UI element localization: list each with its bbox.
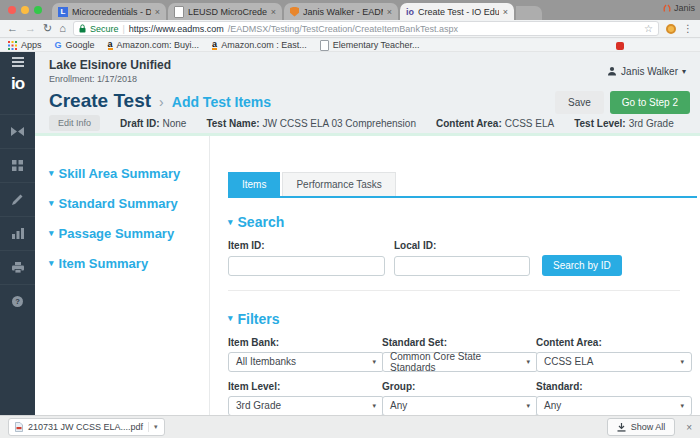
summary-column: ▾ Skill Area Summary ▾ Standard Summary …	[35, 136, 210, 438]
search-section-heading[interactable]: ▾ Search	[228, 214, 700, 230]
io-logo[interactable]: io	[11, 74, 24, 94]
address-bar[interactable]: Secure | https://www.eadms.com/EADMSX/Te…	[73, 21, 659, 36]
search-by-id-button[interactable]: Search by ID	[542, 255, 622, 276]
item-id-input[interactable]	[228, 256, 385, 276]
new-tab-button[interactable]	[516, 6, 542, 20]
help-nav-icon[interactable]: ?	[0, 284, 35, 318]
hamburger-menu-icon[interactable]	[12, 57, 24, 67]
page-title: Create Test	[49, 91, 151, 111]
profile-avatar-icon	[663, 4, 671, 13]
group-filter: Group: Any ▾	[382, 381, 536, 416]
reload-icon[interactable]: ↻	[43, 23, 52, 34]
local-id-label: Local ID:	[394, 240, 530, 251]
content-area-filter: Content Area: CCSS ELA ▾	[536, 337, 690, 372]
app-sidebar: io ?	[0, 52, 35, 415]
blue-l-favicon: L	[58, 7, 68, 17]
tab-close-icon[interactable]: ×	[271, 7, 276, 17]
select-caret-icon: ▾	[680, 358, 684, 366]
download-bar: 210731 JW CCSS ELA....pdf ▾ Show All ×	[0, 415, 700, 438]
pencil-nav-icon[interactable]	[0, 182, 35, 216]
bookmark-amazon-1[interactable]: a Amazon.com: Buyi...	[108, 40, 200, 50]
tab-close-icon[interactable]: ×	[155, 7, 160, 17]
district-name: Lake Elsinore Unified	[49, 58, 171, 72]
chrome-profile[interactable]: Janis	[663, 3, 695, 13]
download-options-caret-icon[interactable]: ▾	[148, 422, 158, 432]
bookmark-amazon-2[interactable]: a Amazon.com : East...	[212, 40, 307, 50]
bookmark-elementary-teacher[interactable]: Elementary Teacher...	[320, 40, 420, 51]
amazon-a-icon: a	[108, 40, 113, 50]
select-caret-icon: ▾	[526, 402, 530, 410]
local-id-input[interactable]	[394, 256, 530, 276]
secure-label: Secure	[90, 24, 119, 34]
standard-set-filter: Standard Set: Common Core State Standard…	[382, 337, 536, 372]
document-icon	[320, 40, 329, 51]
browser-tab-leusd[interactable]: LEUSD MicroCredentials ×	[168, 3, 282, 20]
user-menu[interactable]: Janis Walker ▾	[607, 66, 686, 77]
bookmark-apps[interactable]: Apps	[8, 40, 42, 50]
url-path: /EADMSX/Testing/TestCreation/CreateItemB…	[228, 24, 458, 34]
printer-nav-icon[interactable]	[0, 250, 35, 284]
downloaded-file-chip[interactable]: 210731 JW CCSS ELA....pdf ▾	[8, 418, 165, 436]
tab-title: Janis Walker - EADMS Basics	[303, 7, 383, 17]
select-caret-icon: ▾	[372, 402, 376, 410]
tab-performance-tasks[interactable]: Performance Tasks	[282, 172, 395, 196]
minimize-window-button[interactable]	[21, 6, 29, 14]
browser-tab-eadms-basics[interactable]: Janis Walker - EADMS Basics ×	[284, 3, 398, 20]
skill-area-summary-link[interactable]: ▾ Skill Area Summary	[49, 166, 209, 181]
bar-chart-nav-icon[interactable]	[0, 216, 35, 250]
profile-name: Janis	[674, 3, 695, 13]
item-id-label: Item ID:	[228, 240, 385, 251]
filters-section-heading[interactable]: ▾ Filters	[228, 311, 700, 327]
tab-title: Microcredentials - District Dep	[72, 7, 151, 17]
item-id-field: Item ID:	[228, 240, 385, 276]
caret-down-icon: ▾	[228, 314, 233, 323]
show-all-button[interactable]: Show All	[607, 418, 676, 436]
bookmarks-bar: Apps G Google a Amazon.com: Buyi... a Am…	[0, 39, 700, 52]
save-button[interactable]: Save	[555, 91, 604, 114]
item-bank-select[interactable]: All Itembanks ▾	[228, 352, 384, 372]
tab-close-icon[interactable]: ×	[387, 7, 392, 17]
chrome-menu-icon[interactable]: ⋮	[683, 23, 693, 34]
back-icon[interactable]: ←	[7, 23, 18, 34]
standard-select[interactable]: Any ▾	[536, 396, 692, 416]
browser-tab-create-test[interactable]: io Create Test - IO Education ×	[400, 3, 514, 20]
content-area: Content Area:CCSS ELA	[436, 118, 554, 129]
butterfly-nav-icon[interactable]	[0, 114, 35, 148]
chevron-down-icon: ▾	[682, 67, 686, 76]
standard-filter: Standard: Any ▾	[536, 381, 690, 416]
bookmark-star-icon[interactable]: ☆	[644, 23, 653, 34]
enrollment-date: Enrollment: 1/17/2018	[49, 74, 171, 84]
grid-nav-icon[interactable]	[0, 148, 35, 182]
go-to-step-2-button[interactable]: Go to Step 2	[610, 91, 690, 114]
download-bar-close-icon[interactable]: ×	[686, 422, 692, 433]
browser-tab-microcredentials[interactable]: L Microcredentials - District Dep ×	[52, 3, 166, 20]
url-host: https://www.eadms.com	[129, 24, 224, 34]
bookmark-google[interactable]: G Google	[55, 40, 95, 50]
standard-set-select[interactable]: Common Core State Standards ▾	[382, 352, 538, 372]
tab-items[interactable]: Items	[228, 172, 280, 196]
person-icon	[607, 66, 617, 76]
red-bookmark-favicon[interactable]	[616, 42, 624, 50]
select-caret-icon: ▾	[680, 402, 684, 410]
item-summary-link[interactable]: ▾ Item Summary	[49, 256, 209, 271]
caret-down-icon: ▾	[49, 259, 54, 268]
tab-close-icon[interactable]: ×	[503, 7, 508, 17]
close-window-button[interactable]	[8, 6, 16, 14]
content-area-select[interactable]: CCSS ELA ▾	[536, 352, 692, 372]
passage-summary-link[interactable]: ▾ Passage Summary	[49, 226, 209, 241]
address-divider: |	[122, 24, 124, 34]
group-select[interactable]: Any ▾	[382, 396, 538, 416]
header-buttons: Save Go to Step 2	[555, 91, 690, 114]
extension-icon[interactable]	[666, 24, 676, 34]
home-icon[interactable]: ⌂	[59, 23, 66, 34]
item-level-select[interactable]: 3rd Grade ▾	[228, 396, 384, 416]
download-bar-right: Show All ×	[607, 418, 692, 436]
document-favicon	[174, 6, 184, 18]
zoom-window-button[interactable]	[34, 6, 42, 14]
standard-summary-link[interactable]: ▾ Standard Summary	[49, 196, 209, 211]
test-name: Test Name:JW CCSS ELA 03 Comprehension	[206, 118, 416, 129]
caret-down-icon: ▾	[49, 169, 54, 178]
forward-icon[interactable]: →	[25, 23, 36, 34]
edit-info-button[interactable]: Edit Info	[49, 115, 100, 131]
test-meta-row: Edit Info Draft ID:None Test Name:JW CCS…	[49, 115, 674, 131]
